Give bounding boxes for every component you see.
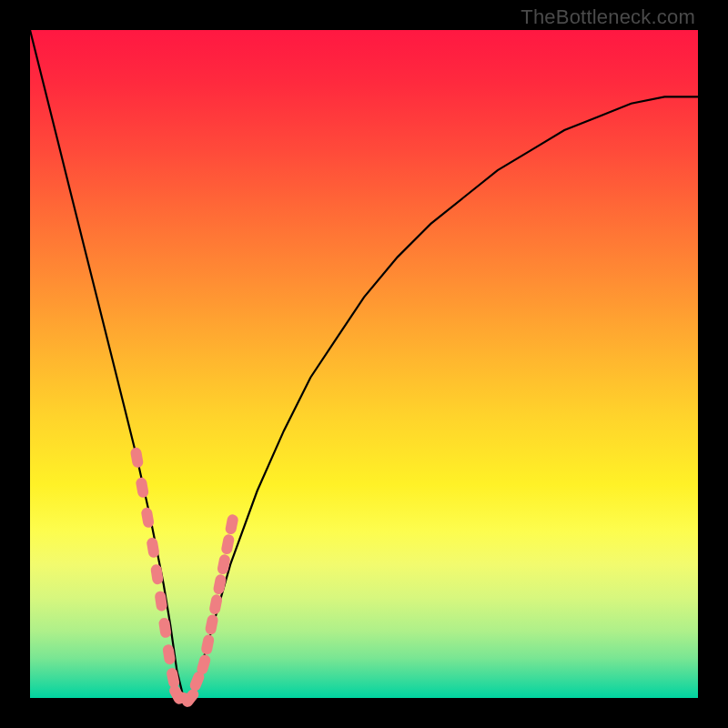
scatter-marker [208, 593, 223, 615]
scatter-marker [140, 507, 155, 529]
scatter-marker [135, 477, 149, 499]
scatter-marker [200, 633, 215, 655]
scatter-marker [225, 513, 239, 535]
watermark-text: TheBottleneck.com [521, 5, 695, 29]
chart-svg [30, 30, 698, 698]
scatter-marker [130, 447, 145, 469]
scatter-marker [220, 533, 235, 555]
scatter-marker [205, 613, 219, 635]
chart-frame: TheBottleneck.com [0, 0, 728, 728]
scatter-marker [150, 563, 164, 585]
bottleneck-curve [30, 30, 698, 698]
scatter-marker [146, 537, 159, 559]
scatter-marker [212, 573, 227, 595]
scatter-markers [130, 447, 239, 709]
